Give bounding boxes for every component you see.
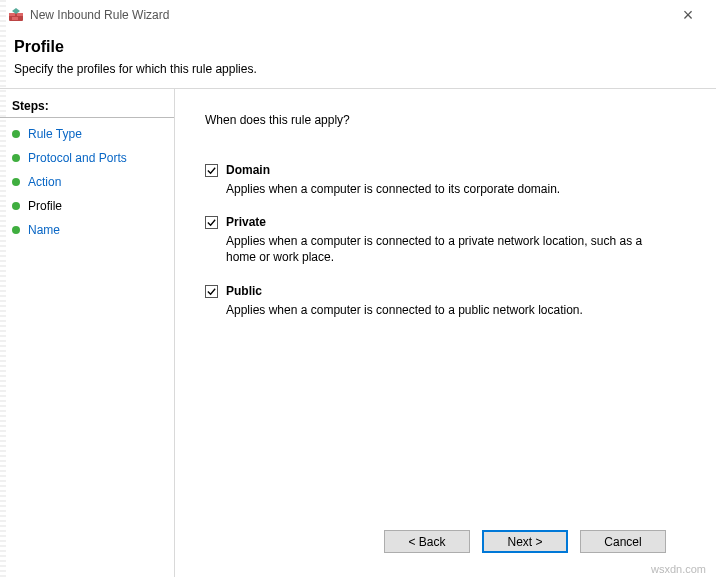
option-private: Private Applies when a computer is conne… <box>205 215 686 265</box>
bullet-icon <box>12 202 20 210</box>
bullet-icon <box>12 226 20 234</box>
step-name[interactable]: Name <box>0 218 174 242</box>
option-description: Applies when a computer is connected to … <box>226 233 656 265</box>
option-label: Private <box>226 215 266 229</box>
option-public: Public Applies when a computer is connec… <box>205 284 686 318</box>
step-label: Rule Type <box>28 127 82 141</box>
next-button[interactable]: Next > <box>482 530 568 553</box>
window-title: New Inbound Rule Wizard <box>30 8 668 22</box>
option-domain: Domain Applies when a computer is connec… <box>205 163 686 197</box>
bullet-icon <box>12 130 20 138</box>
watermark: wsxdn.com <box>651 563 706 575</box>
titlebar: New Inbound Rule Wizard × <box>0 0 716 30</box>
question-text: When does this rule apply? <box>205 113 686 127</box>
step-rule-type[interactable]: Rule Type <box>0 122 174 146</box>
option-description: Applies when a computer is connected to … <box>226 181 656 197</box>
step-action[interactable]: Action <box>0 170 174 194</box>
step-label: Profile <box>28 199 62 213</box>
checkbox-domain[interactable] <box>205 164 218 177</box>
step-label: Action <box>28 175 61 189</box>
wizard-window: New Inbound Rule Wizard × Profile Specif… <box>0 0 716 577</box>
cancel-button[interactable]: Cancel <box>580 530 666 553</box>
checkbox-private[interactable] <box>205 216 218 229</box>
back-button[interactable]: < Back <box>384 530 470 553</box>
step-protocol-and-ports[interactable]: Protocol and Ports <box>0 146 174 170</box>
close-icon[interactable]: × <box>668 5 708 26</box>
wizard-header: Profile Specify the profiles for which t… <box>0 30 716 89</box>
steps-heading: Steps: <box>0 95 174 118</box>
step-label: Protocol and Ports <box>28 151 127 165</box>
svg-rect-2 <box>17 13 23 16</box>
svg-rect-1 <box>9 13 15 16</box>
footer-buttons: < Back Next > Cancel <box>205 522 686 567</box>
option-description: Applies when a computer is connected to … <box>226 302 656 318</box>
page-subtitle: Specify the profiles for which this rule… <box>14 62 702 76</box>
page-title: Profile <box>14 38 702 56</box>
option-label: Domain <box>226 163 270 177</box>
firewall-icon <box>8 7 24 23</box>
steps-sidebar: Steps: Rule Type Protocol and Ports Acti… <box>0 89 175 577</box>
main-content: When does this rule apply? Domain Applie… <box>175 89 716 577</box>
step-label: Name <box>28 223 60 237</box>
bullet-icon <box>12 154 20 162</box>
step-profile[interactable]: Profile <box>0 194 174 218</box>
bullet-icon <box>12 178 20 186</box>
checkbox-public[interactable] <box>205 285 218 298</box>
svg-rect-3 <box>12 17 18 20</box>
option-label: Public <box>226 284 262 298</box>
